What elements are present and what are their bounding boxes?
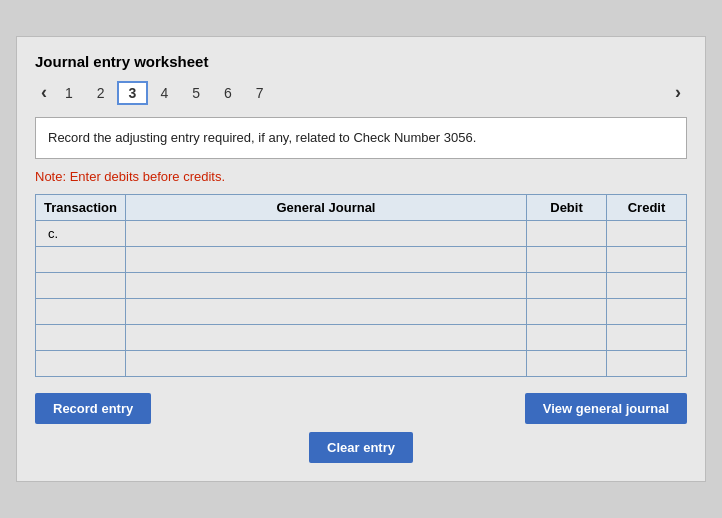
tab-6[interactable]: 6 bbox=[212, 81, 244, 105]
record-entry-button[interactable]: Record entry bbox=[35, 393, 151, 424]
credit-cell-1[interactable] bbox=[607, 220, 687, 246]
top-buttons-row: Record entry View general journal bbox=[35, 393, 687, 424]
table-row bbox=[36, 272, 687, 298]
credit-input-5[interactable] bbox=[611, 325, 682, 350]
debit-input-4[interactable] bbox=[531, 299, 602, 324]
general-cell-4[interactable] bbox=[126, 298, 527, 324]
general-cell-1[interactable] bbox=[126, 220, 527, 246]
debit-cell-5[interactable] bbox=[527, 324, 607, 350]
table-row: c. bbox=[36, 220, 687, 246]
credit-cell-4[interactable] bbox=[607, 298, 687, 324]
debit-cell-6[interactable] bbox=[527, 350, 607, 376]
credit-cell-3[interactable] bbox=[607, 272, 687, 298]
debit-input-3[interactable] bbox=[531, 273, 602, 298]
prev-arrow[interactable]: ‹ bbox=[35, 80, 53, 105]
credit-input-1[interactable] bbox=[611, 221, 682, 246]
debit-input-2[interactable] bbox=[531, 247, 602, 272]
tab-4[interactable]: 4 bbox=[148, 81, 180, 105]
general-input-4[interactable] bbox=[130, 299, 522, 324]
transaction-cell-6 bbox=[36, 350, 126, 376]
general-input-2[interactable] bbox=[130, 247, 522, 272]
general-cell-6[interactable] bbox=[126, 350, 527, 376]
page-title: Journal entry worksheet bbox=[35, 53, 687, 70]
transaction-cell-5 bbox=[36, 324, 126, 350]
header-credit: Credit bbox=[607, 194, 687, 220]
view-general-journal-button[interactable]: View general journal bbox=[525, 393, 687, 424]
debit-input-6[interactable] bbox=[531, 351, 602, 376]
journal-table: Transaction General Journal Debit Credit… bbox=[35, 194, 687, 377]
credit-input-6[interactable] bbox=[611, 351, 682, 376]
transaction-cell-3 bbox=[36, 272, 126, 298]
tab-1[interactable]: 1 bbox=[53, 81, 85, 105]
credit-input-3[interactable] bbox=[611, 273, 682, 298]
center-button-row: Clear entry bbox=[35, 432, 687, 463]
general-cell-5[interactable] bbox=[126, 324, 527, 350]
credit-input-2[interactable] bbox=[611, 247, 682, 272]
buttons-section: Record entry View general journal Clear … bbox=[35, 393, 687, 463]
transaction-cell-4 bbox=[36, 298, 126, 324]
tab-7[interactable]: 7 bbox=[244, 81, 276, 105]
general-input-1[interactable] bbox=[130, 221, 522, 246]
clear-entry-button[interactable]: Clear entry bbox=[309, 432, 413, 463]
table-row bbox=[36, 298, 687, 324]
credit-cell-2[interactable] bbox=[607, 246, 687, 272]
header-debit: Debit bbox=[527, 194, 607, 220]
debit-input-1[interactable] bbox=[531, 221, 602, 246]
transaction-cell-1: c. bbox=[36, 220, 126, 246]
journal-entry-worksheet: Journal entry worksheet ‹ 1 2 3 4 5 6 7 … bbox=[16, 36, 706, 482]
description-box: Record the adjusting entry required, if … bbox=[35, 117, 687, 159]
table-row bbox=[36, 324, 687, 350]
general-cell-3[interactable] bbox=[126, 272, 527, 298]
table-row bbox=[36, 246, 687, 272]
next-arrow[interactable]: › bbox=[669, 80, 687, 105]
debit-input-5[interactable] bbox=[531, 325, 602, 350]
credit-cell-6[interactable] bbox=[607, 350, 687, 376]
debit-cell-2[interactable] bbox=[527, 246, 607, 272]
tabs-navigation: ‹ 1 2 3 4 5 6 7 › bbox=[35, 80, 687, 105]
tab-3[interactable]: 3 bbox=[117, 81, 149, 105]
note-text: Note: Enter debits before credits. bbox=[35, 169, 687, 184]
tab-2[interactable]: 2 bbox=[85, 81, 117, 105]
credit-input-4[interactable] bbox=[611, 299, 682, 324]
general-input-3[interactable] bbox=[130, 273, 522, 298]
tab-5[interactable]: 5 bbox=[180, 81, 212, 105]
debit-cell-3[interactable] bbox=[527, 272, 607, 298]
general-input-5[interactable] bbox=[130, 325, 522, 350]
credit-cell-5[interactable] bbox=[607, 324, 687, 350]
description-text: Record the adjusting entry required, if … bbox=[48, 130, 476, 145]
table-row bbox=[36, 350, 687, 376]
header-general: General Journal bbox=[126, 194, 527, 220]
general-input-6[interactable] bbox=[130, 351, 522, 376]
transaction-cell-2 bbox=[36, 246, 126, 272]
header-transaction: Transaction bbox=[36, 194, 126, 220]
general-cell-2[interactable] bbox=[126, 246, 527, 272]
transaction-label-1: c. bbox=[40, 226, 58, 241]
debit-cell-4[interactable] bbox=[527, 298, 607, 324]
debit-cell-1[interactable] bbox=[527, 220, 607, 246]
